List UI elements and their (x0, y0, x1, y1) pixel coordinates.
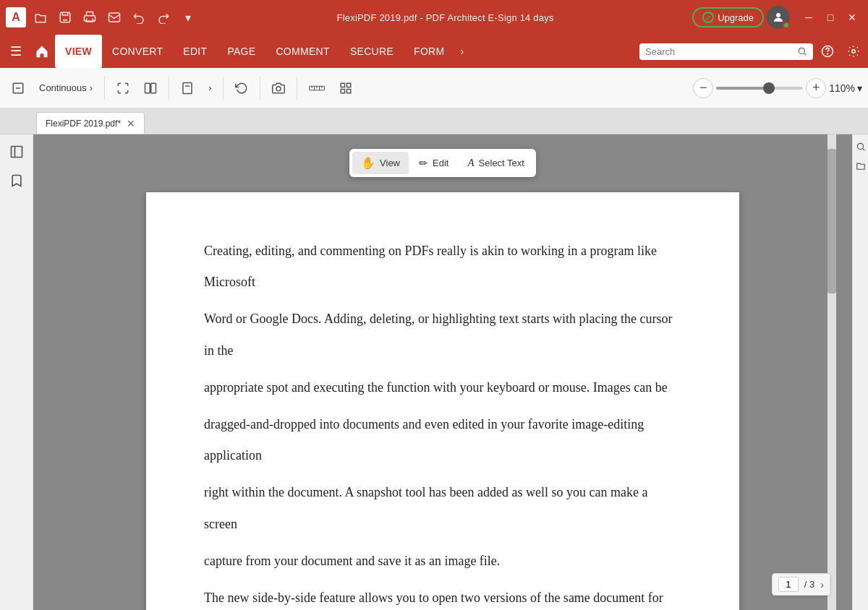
window-controls: ─ □ ✕ (799, 7, 862, 27)
app-icon: A (6, 7, 26, 27)
edit-mode-button[interactable]: ✏ Edit (410, 152, 457, 174)
svg-point-8 (852, 50, 856, 53)
file-save-button[interactable] (55, 7, 75, 27)
zoom-slider[interactable] (716, 87, 803, 90)
pdf-paragraph-4: dragged-and-dropped into documents and e… (204, 409, 681, 471)
fullscreen-button[interactable] (111, 75, 135, 101)
close-button[interactable]: ✕ (842, 7, 862, 27)
upgrade-button[interactable]: ✓ Upgrade (692, 7, 764, 27)
title-bar: A ▾ FlexiPDF 2019.pdf - PDF Architect E-… (0, 0, 868, 35)
tab-flexipdf[interactable]: FlexiPDF 2019.pdf* ✕ (36, 112, 145, 134)
search-bar (639, 43, 813, 60)
grid-button[interactable] (333, 75, 358, 101)
pdf-paragraph-6: capture from your document and save it a… (204, 546, 681, 577)
menu-item-convert[interactable]: CONVERT (102, 35, 173, 68)
toolbar-sep-1 (104, 77, 105, 100)
title-bar-right: ✓ Upgrade ─ □ ✕ (692, 6, 862, 29)
menu-item-comment[interactable]: COMMENT (265, 35, 339, 68)
toolbar-sep-4 (260, 77, 260, 100)
svg-rect-24 (341, 89, 345, 93)
pdf-paragraph-7: The new side-by-side feature allows you … (204, 583, 681, 610)
select-text-label: Select Text (479, 158, 524, 168)
title-bar-left: A ▾ (6, 7, 198, 27)
undo-button[interactable] (129, 7, 149, 27)
page-total: / 3 (804, 579, 814, 590)
svg-point-4 (799, 48, 804, 53)
menu-item-view[interactable]: VIEW (55, 35, 102, 68)
toolbar-sep-2 (169, 77, 169, 100)
edit-mode-label: Edit (433, 158, 448, 168)
page-fit-icon-button[interactable] (6, 75, 30, 101)
zoom-percent: 110% (829, 82, 855, 94)
zoom-slider-thumb[interactable] (763, 82, 775, 94)
ruler-button[interactable] (303, 75, 331, 101)
continuous-label: Continuous (39, 82, 87, 93)
minimize-button[interactable]: ─ (799, 7, 819, 27)
zoom-slider-track (716, 87, 768, 90)
sidebar-bookmarks-button[interactable] (5, 169, 28, 192)
svg-rect-11 (145, 83, 150, 93)
tab-bar: FlexiPDF 2019.pdf* ✕ (0, 108, 868, 134)
tab-close-button[interactable]: ✕ (127, 118, 135, 129)
menu-more-button[interactable]: › (454, 35, 469, 68)
account-button[interactable] (767, 6, 790, 29)
redo-button[interactable] (153, 7, 174, 27)
zoom-slider-container[interactable] (716, 87, 803, 90)
left-sidebar (0, 134, 33, 610)
search-input[interactable] (645, 46, 797, 57)
svg-point-28 (857, 143, 863, 149)
toolbar-sep-3 (223, 77, 224, 100)
expand-button[interactable]: › (203, 75, 217, 101)
next-page-button[interactable]: › (820, 579, 824, 590)
rotate-button[interactable] (229, 75, 254, 101)
menu-bar: ☰ VIEW CONVERT EDIT PAGE COMMENT SECURE … (0, 35, 868, 68)
account-active-dot (783, 22, 790, 29)
menu-item-form[interactable]: FORM (404, 35, 454, 68)
pdf-page: Creating, editing, and commenting on PDF… (146, 192, 739, 610)
search-button[interactable] (797, 46, 807, 56)
right-sidebar (852, 134, 868, 610)
svg-point-7 (827, 53, 828, 54)
file-print-button[interactable] (80, 7, 100, 27)
zoom-control: − + 110% ▾ (693, 78, 862, 98)
page-number-input[interactable] (778, 577, 799, 592)
svg-rect-0 (60, 12, 70, 22)
page-navigator: / 3 › (772, 573, 830, 596)
fit-page-button[interactable] (175, 75, 200, 101)
select-text-icon: A (467, 157, 474, 169)
continuous-dropdown-button[interactable]: Continuous › (33, 75, 98, 101)
right-search-button[interactable] (854, 140, 867, 153)
vertical-scrollbar[interactable] (827, 134, 836, 610)
hamburger-menu-button[interactable]: ☰ (3, 38, 29, 64)
svg-rect-12 (151, 83, 156, 93)
svg-point-15 (276, 86, 281, 90)
zoom-value-display[interactable]: 110% ▾ (829, 82, 862, 94)
file-open-button[interactable] (30, 7, 51, 27)
select-text-button[interactable]: A Select Text (459, 152, 533, 173)
menu-item-page[interactable]: PAGE (217, 35, 265, 68)
zoom-out-button[interactable]: − (693, 78, 713, 98)
toolbar-sep-5 (297, 77, 297, 100)
file-email-button[interactable] (104, 7, 124, 27)
settings-button[interactable] (842, 40, 865, 63)
scrollbar-thumb[interactable] (827, 149, 836, 293)
split-view-button[interactable] (138, 75, 163, 101)
snapshot-button[interactable] (266, 75, 291, 101)
pdf-paragraph-1: Creating, editing, and commenting on PDF… (204, 236, 681, 298)
zoom-in-button[interactable]: + (806, 78, 826, 98)
floating-toolbar: ✋ View ✏ Edit A Select Text (349, 149, 536, 177)
help-button[interactable] (816, 40, 839, 63)
menu-item-secure[interactable]: SECURE (340, 35, 404, 68)
right-folder-button[interactable] (854, 159, 867, 172)
svg-rect-22 (341, 83, 345, 87)
view-mode-label: View (380, 158, 400, 168)
sidebar-panels-button[interactable] (5, 140, 28, 163)
svg-rect-25 (347, 89, 351, 93)
view-mode-button[interactable]: ✋ View (352, 152, 409, 174)
maximize-button[interactable]: □ (820, 7, 841, 27)
home-menu-button[interactable] (29, 38, 55, 64)
menu-item-edit[interactable]: EDIT (173, 35, 217, 68)
more-dropdown-button[interactable]: ▾ (178, 7, 198, 27)
pdf-paragraph-2: Word or Google Docs. Adding, deleting, o… (204, 304, 681, 366)
upgrade-check-icon: ✓ (702, 12, 714, 23)
